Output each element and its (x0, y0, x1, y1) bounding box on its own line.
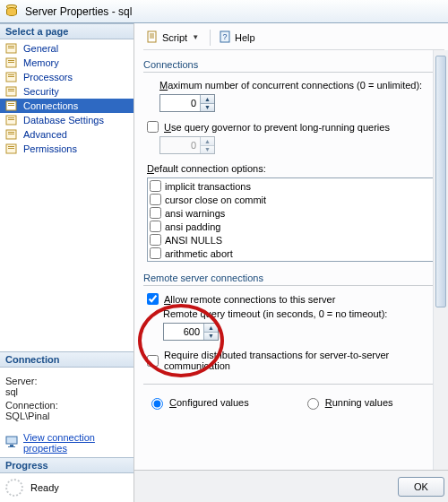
svg-rect-19 (8, 132, 14, 133)
left-panel: Select a page GeneralMemoryProcessorsSec… (0, 23, 134, 502)
progress-block: Ready (0, 473, 134, 502)
option-row[interactable]: implicit transactions (150, 179, 431, 193)
svg-rect-20 (8, 134, 14, 134)
option-label: ANSI NULLS (165, 235, 222, 246)
option-checkbox[interactable] (150, 247, 161, 259)
page-list: GeneralMemoryProcessorsSecurityConnectio… (0, 39, 134, 158)
max-connections-spinner[interactable]: ▲▼ (159, 94, 215, 112)
scrollbar[interactable] (433, 50, 448, 470)
svg-rect-27 (148, 31, 156, 42)
server-label: Server: (5, 376, 128, 386)
divider (143, 384, 444, 385)
option-checkbox[interactable] (150, 234, 161, 246)
query-governor-label: Use query governor to prevent long-runni… (164, 122, 390, 133)
remote-timeout-spinner[interactable]: ▲▼ (163, 323, 219, 341)
connection-label: Connection: (5, 400, 128, 411)
sidebar-item-database-settings[interactable]: Database Settings (0, 113, 134, 127)
separator (210, 30, 211, 46)
sidebar-item-advanced[interactable]: Advanced (0, 127, 134, 142)
require-distributed-checkbox[interactable] (147, 355, 159, 367)
spin-up-icon[interactable]: ▲ (204, 324, 218, 333)
svg-rect-22 (8, 146, 14, 147)
svg-rect-10 (8, 89, 14, 90)
allow-remote-checkbox[interactable] (147, 293, 159, 305)
connection-value: SQL\Pinal (5, 411, 128, 421)
svg-rect-2 (8, 48, 14, 48)
spin-down-icon[interactable]: ▼ (201, 104, 214, 112)
option-label: cursor close on commit (165, 195, 266, 205)
remote-timeout-input[interactable] (164, 324, 203, 340)
view-connection-row: View connection properties (0, 428, 134, 457)
progress-spinner-icon (5, 479, 23, 497)
help-button[interactable]: ? Help (216, 30, 259, 46)
query-governor-input (160, 137, 200, 153)
option-row[interactable]: cursor close on commit (150, 193, 431, 206)
default-options-listbox[interactable]: implicit transactionscursor close on com… (147, 177, 434, 262)
option-row[interactable]: arithmetic abort (150, 247, 431, 260)
svg-rect-7 (8, 74, 14, 75)
option-checkbox[interactable] (150, 194, 161, 205)
page-icon (5, 42, 20, 55)
option-label: implicit transactions (165, 181, 251, 192)
page-icon (5, 71, 20, 83)
values-radio-group: Configured values Running values (147, 395, 444, 410)
spin-down-icon[interactable]: ▼ (204, 333, 218, 341)
option-label: ansi warnings (165, 208, 225, 219)
sidebar-item-processors[interactable]: Processors (0, 70, 134, 84)
server-value: sql (5, 386, 128, 397)
svg-rect-5 (8, 62, 14, 63)
option-row[interactable]: ANSI NULLS (150, 233, 431, 247)
sidebar-item-general[interactable]: General (0, 41, 134, 56)
max-connections-input[interactable] (160, 95, 200, 111)
content-panel: Script ▼ ? Help Connections Maximum numb… (134, 23, 448, 502)
running-values-radio[interactable]: Running values (303, 395, 393, 410)
page-icon (5, 128, 20, 141)
allow-remote-label: Allow remote connections to this server (164, 294, 335, 305)
configured-values-radio[interactable]: Configured values (147, 395, 249, 410)
query-governor-checkbox[interactable] (147, 121, 159, 133)
option-row[interactable]: ansi padding (150, 220, 431, 233)
option-label: arithmetic abort (165, 248, 233, 259)
page-icon (5, 143, 20, 155)
dialog-body: Select a page GeneralMemoryProcessorsSec… (0, 23, 448, 502)
sidebar-item-permissions[interactable]: Permissions (0, 142, 134, 156)
svg-rect-8 (8, 76, 14, 77)
ok-button[interactable]: OK (398, 477, 444, 497)
toolbar: Script ▼ ? Help (143, 29, 444, 50)
max-connections-label: Maximum number of concurrent connections… (159, 80, 444, 91)
default-options-label: Default connection options: (147, 163, 444, 174)
svg-rect-11 (8, 91, 14, 91)
svg-rect-23 (8, 148, 14, 149)
option-row[interactable]: ansi warnings (150, 206, 431, 220)
svg-rect-25 (10, 445, 13, 446)
option-checkbox[interactable] (150, 180, 161, 192)
monitor-icon (5, 436, 20, 450)
sidebar-item-security[interactable]: Security (0, 84, 134, 99)
sidebar-item-connections[interactable]: Connections (0, 99, 134, 113)
query-governor-spinner[interactable]: ▲▼ (159, 136, 215, 154)
connection-header: Connection (0, 351, 134, 368)
divider (143, 285, 444, 286)
script-button[interactable]: Script ▼ (143, 30, 204, 46)
svg-rect-1 (8, 46, 14, 47)
chevron-down-icon[interactable]: ▼ (190, 33, 201, 41)
require-distributed-label: Require distributed transactions for ser… (164, 350, 444, 371)
spin-up-icon[interactable]: ▲ (201, 95, 214, 104)
option-checkbox[interactable] (150, 221, 161, 232)
connection-info: Server: sql Connection: SQL\Pinal (0, 368, 134, 428)
svg-rect-17 (8, 119, 14, 120)
progress-status: Ready (30, 482, 59, 493)
svg-rect-14 (8, 105, 14, 106)
page-icon (5, 100, 20, 112)
svg-rect-4 (8, 60, 14, 61)
option-checkbox[interactable] (150, 207, 161, 219)
view-connection-link[interactable]: View connection properties (23, 432, 128, 454)
help-icon: ? (220, 30, 232, 45)
svg-rect-26 (8, 446, 15, 447)
svg-text:?: ? (223, 32, 228, 41)
page-icon (5, 56, 20, 69)
progress-header: Progress (0, 457, 134, 473)
connections-group-label: Connections (143, 59, 444, 70)
scrollbar-thumb[interactable] (435, 56, 446, 307)
sidebar-item-memory[interactable]: Memory (0, 56, 134, 70)
